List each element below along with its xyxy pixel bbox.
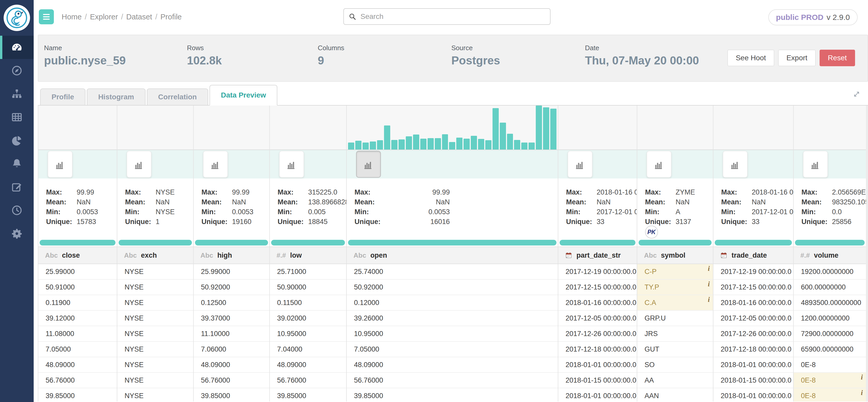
tab-histogram[interactable]: Histogram	[87, 89, 145, 105]
sidebar-item-notifications[interactable]	[0, 152, 34, 175]
cell-value: 25.99000	[45, 268, 75, 276]
histogram-toggle-button-high[interactable]	[203, 151, 228, 178]
histogram-toggle-button-trade-date[interactable]	[723, 151, 748, 178]
stat-row: Unique:33	[721, 217, 793, 227]
column-fill-bar	[348, 240, 556, 245]
sidebar-item-charts[interactable]	[0, 129, 34, 152]
expand-icon[interactable]	[852, 90, 861, 99]
breadcrumb-item-explorer[interactable]: Explorer	[90, 13, 118, 21]
stat-row: Min:2017-12-01 00:00:00.0	[566, 207, 637, 217]
histogram-toggle-button-part-date-str[interactable]	[568, 151, 592, 178]
table-cell: C-Pi	[637, 264, 713, 280]
sidebar-nav	[0, 36, 34, 245]
histogram-toggle-button-volume[interactable]	[803, 151, 828, 178]
table-cell: 2017-12-18 00:00:00.0	[558, 342, 637, 357]
table-cell: NYSE	[117, 326, 193, 342]
column-header-high: Abchigh	[194, 246, 269, 264]
sidebar-item-annotations[interactable]	[0, 175, 34, 199]
sidebar-item-hierarchy[interactable]	[0, 82, 34, 105]
stats-open: Max:99.99Mean:NaNMin:0.0053Unique:16016	[347, 178, 558, 239]
histogram-zone-part-date-str	[558, 105, 637, 150]
search-input[interactable]	[360, 12, 550, 21]
table-cell: 2018-01-15 00:00:00.0	[558, 373, 637, 388]
tab-profile[interactable]: Profile	[40, 89, 86, 105]
histogram-toggle-button-low[interactable]	[279, 151, 304, 178]
info-icon[interactable]: i	[861, 373, 863, 381]
stat-value: A	[676, 208, 680, 216]
stat-value: 315225.0	[308, 188, 337, 196]
cell-value: NYSE	[125, 314, 144, 322]
stat-row: Min:0.0053	[202, 207, 269, 217]
stat-value: ZYME	[676, 188, 695, 196]
table-cell: NYSE	[117, 373, 193, 388]
breadcrumb-item-profile[interactable]: Profile	[160, 13, 182, 21]
table-cell: 19200.00000000	[794, 264, 866, 280]
tab-data-preview[interactable]: Data Preview	[210, 85, 277, 105]
clock-icon	[11, 204, 23, 216]
bar-chart-icon	[286, 158, 298, 170]
cell-value: 56.76000	[201, 376, 230, 384]
sidebar-item-explorer[interactable]	[0, 59, 34, 82]
app-logo[interactable]	[0, 0, 34, 36]
stat-value: 2017-12-01 00:00:00.0	[597, 208, 637, 216]
cell-value: 25.74000	[354, 268, 383, 276]
stat-row: Max:2018-01-16 00:00:00.0	[721, 187, 793, 197]
column-name: exch	[141, 252, 157, 260]
table-cell: 2017-12-26 00:00:00.0	[558, 326, 637, 342]
search-icon	[348, 13, 356, 21]
cell-value: 0.12500	[201, 299, 226, 307]
cell-value: 2017-12-05 00:00:00.0	[721, 314, 792, 322]
table-cell: GUT	[637, 342, 713, 357]
sidebar-item-datasets[interactable]	[0, 105, 34, 129]
tab-correlation[interactable]: Correlation	[147, 89, 208, 105]
sidebar-item-dashboard[interactable]	[0, 36, 34, 59]
table-cell: 10.95000	[270, 326, 346, 342]
histogram-toggle-button-open[interactable]	[356, 151, 381, 178]
sidebar-item-settings[interactable]	[0, 222, 34, 245]
info-icon[interactable]: i	[708, 296, 710, 304]
table-cell: 1200.00000000	[794, 311, 866, 326]
edit-icon	[11, 181, 23, 193]
breadcrumb-item-home[interactable]: Home	[62, 13, 82, 21]
chart-button-row	[794, 150, 866, 178]
stat-label: Min:	[125, 208, 156, 216]
text-type-icon: Abc	[200, 252, 213, 260]
stat-value: 0.0053	[232, 208, 253, 216]
cell-value: 50.92000	[201, 283, 230, 291]
table-cell: 11.10000	[194, 326, 269, 342]
table-cell: 7.04000	[270, 342, 346, 357]
menu-toggle-button[interactable]	[39, 9, 54, 24]
topbar: Home/Explorer/Dataset/Profile public PRO…	[34, 0, 868, 34]
export-button[interactable]: Export	[778, 50, 816, 66]
gauge-icon	[11, 41, 23, 53]
table-cell: 56.76000	[270, 373, 346, 388]
vertical-scrollbar[interactable]	[866, 105, 868, 401]
cell-value: 10.95000	[354, 330, 383, 338]
histogram-toggle-button-symbol[interactable]	[647, 151, 672, 178]
info-icon[interactable]: i	[708, 265, 710, 273]
histogram-toggle-button-exch[interactable]	[127, 151, 152, 178]
column-name: symbol	[661, 252, 685, 260]
table-cell: 2018-01-16 00:00:00.0	[558, 295, 637, 311]
table-cell: 25.99000	[194, 264, 269, 280]
column-header-exch: Abcexch	[117, 246, 193, 264]
sidebar-item-history[interactable]	[0, 199, 34, 222]
histogram-toggle-button-close[interactable]	[48, 151, 72, 178]
stat-row: Min:0.0	[801, 207, 866, 217]
info-icon[interactable]: i	[708, 280, 710, 288]
breadcrumb-item-dataset[interactable]: Dataset	[126, 13, 152, 21]
cell-value: 0.11900	[45, 299, 70, 307]
cell-value: 0E-8	[801, 392, 816, 400]
stat-value: NaN	[385, 198, 450, 206]
text-type-icon: Abc	[124, 252, 137, 260]
cell-value: 39.85000	[201, 392, 230, 400]
stat-value: NaN	[76, 198, 91, 206]
stat-value: 16016	[385, 218, 450, 226]
histogram-bar	[442, 134, 448, 150]
table-cell: 39.26000	[347, 311, 558, 326]
chart-button-row	[194, 150, 269, 178]
info-icon[interactable]: i	[861, 389, 863, 397]
reset-button[interactable]: Reset	[819, 50, 855, 66]
see-hoot-button[interactable]: See Hoot	[727, 50, 774, 66]
stat-label: Max:	[202, 188, 232, 196]
